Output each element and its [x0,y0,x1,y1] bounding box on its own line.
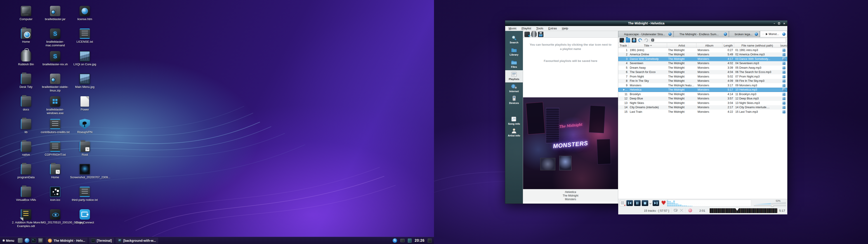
playlist-tab[interactable]: ☆The Midnight - Endless Sum... [674,31,729,37]
volume-thumb[interactable] [771,205,774,207]
playlist-manager-icon[interactable] [620,200,625,206]
terminal-launcher-icon[interactable] [31,238,36,243]
desktop-icon-desk-tidy[interactable]: Desk Tidy [11,74,41,89]
desktop-icon-lib[interactable]: lib [11,119,41,134]
desktop-icon-third-party-notice-txt[interactable]: third-party-notice.txt [70,187,99,202]
column-header-artist[interactable]: Artist [667,43,696,48]
playlist-filter-input[interactable] [655,39,785,42]
desktop-icon-brailleblaster-stable-linux-zip[interactable]: brailleblaster-stable-linux.zip [40,74,70,93]
tab-close-icon[interactable] [669,33,672,36]
file-manager-launcher-icon[interactable] [18,238,23,243]
clear-filter-icon[interactable]: × [651,39,654,41]
desktop-icon-brailleblaster-windows-exe[interactable]: brailleblaster-windows.exe [40,96,70,115]
desktop-icon-brailleblaster-jar[interactable]: brailleblaster.jar [40,6,70,21]
track-row[interactable]: 9MonstersThe Midnight featuring J...Mons… [618,83,787,88]
desktop-icon-zorin-connect[interactable]: Zorin Connect [70,209,99,224]
shuffle-icon[interactable] [680,209,683,212]
column-header-file-name-without-path-[interactable]: File name (without path) [734,43,780,48]
tab-close-icon[interactable] [755,33,758,36]
next-button[interactable] [653,200,659,206]
desktop-icon-2-addition-rule-more-examples-odt[interactable]: 2. Addition Rule More Examples.odt [11,209,41,228]
tab-close-icon[interactable] [724,33,727,36]
menu-extras[interactable]: Extras [546,26,559,30]
sidebar-item-artist-info[interactable]: Artist info [505,127,523,139]
column-header-track[interactable]: Track [618,43,629,48]
favourite-star-icon[interactable]: ☆ [675,32,678,36]
desktop-icon-brailleblaster-nix-sh[interactable]: brailleblaster-nix.sh [40,51,70,66]
column-header-album[interactable]: Album [696,43,722,48]
add-files-icon[interactable] [620,38,624,42]
column-header-length[interactable]: Length [722,43,734,48]
desktop-icon-license-htm[interactable]: license.htm [70,6,99,21]
taskbar-task[interactable]: [Terminal] [89,238,114,244]
desktop-icon-computer[interactable]: Computer [11,6,41,21]
track-row[interactable]: 7Prom NightThe MidnightMonsters5:0207 Pr… [618,74,787,79]
desktop-icon-copyright-txt[interactable]: COPYRIGHT.txt [40,142,70,157]
accessibility-tray-icon[interactable] [393,238,397,243]
sidebar-item-search[interactable]: Search [505,34,523,46]
taskbar-task[interactable]: The Midnight - Helv... [46,238,88,244]
desktop-icon-contributors-credits-txt[interactable]: contributors-credits.txt [40,119,70,134]
volume-track[interactable] [754,206,786,206]
seek-bar[interactable] [710,208,777,213]
sidebar-item-playlists[interactable]: Playlists [505,70,523,83]
menu-playlist[interactable]: Playlist [520,26,533,30]
menu-music[interactable]: Music [506,26,519,30]
volume-wedge[interactable] [754,202,786,205]
desktop-icon-brailleblaster-mac-command[interactable]: brailleblaster-mac.command [40,28,70,48]
stop-options-chevron-icon[interactable] [649,202,652,205]
track-row[interactable]: 5Dream AwayThe MidnightMonsters3:3905 Dr… [618,65,787,70]
menu-tools[interactable]: Tools [534,26,546,30]
title-bar[interactable]: The Midnight - Helvetica – × [505,21,787,26]
track-row[interactable]: 6The Search for EccoThe MidnightMonsters… [618,70,787,74]
start-menu-button[interactable]: ✱ Menu [0,237,17,244]
playlist-filter-field[interactable]: × [650,38,786,42]
save-playlist-file-icon[interactable] [632,38,636,42]
stop-button[interactable] [642,200,648,206]
save-playlist-icon[interactable] [538,32,544,37]
web-browser-launcher-icon[interactable] [25,238,29,243]
desktop-icon-rubbish-bin[interactable]: Rubbish Bin [11,51,41,66]
desktop-icon-virtualbox-vms[interactable]: VirtualBox VMs [11,187,41,202]
scrobble-icon[interactable] [688,209,692,212]
desktop-icon-riseupvpn[interactable]: RiseupVPN [70,119,99,134]
previous-button[interactable] [626,200,633,206]
column-header-source[interactable]: Source [780,43,787,48]
track-row[interactable]: 2America OnlineThe MidnightMonsters5:490… [618,53,787,57]
favourite-star-icon[interactable]: ☆ [762,32,765,36]
column-header-title[interactable]: Title [629,43,667,48]
playlist-tab[interactable]: ☆broken lega... [729,31,760,37]
favourite-star-icon[interactable]: ☆ [620,32,623,36]
love-track-icon[interactable]: ♥ [661,200,666,206]
menu-help[interactable]: Help [560,26,570,30]
playlist-tab[interactable]: ☆Aquascape - Underwater Stra... [618,31,673,37]
track-row[interactable]: 15Last TrainThe MidnightMonsters4:2215 L… [618,110,787,114]
track-row[interactable]: ...HelveticaThe MidnightMonsters5:1710 H… [618,88,787,92]
desktop-icon-native[interactable]: native [11,142,41,157]
track-row[interactable]: 12Deep BlueThe MidnightMonsters3:5712 De… [618,96,787,101]
sidebar-item-files[interactable]: Files [505,58,523,70]
remove-playlist-icon[interactable] [531,32,537,37]
desktop-icon-lxqt-on-core-jpg[interactable]: LXQt on Core.jpg [70,51,99,66]
track-row[interactable]: 11BrooklynThe MidnightMonsters4:1411 Bro… [618,92,787,96]
clipboard-tray-icon[interactable] [408,239,412,243]
repeat-icon[interactable] [674,209,677,211]
track-row[interactable]: 14City Dreams (interlude)The MidnightMon… [618,105,787,110]
desktop-icon-home[interactable]: Home [11,28,41,43]
seek-thumb[interactable] [735,208,739,211]
desktop-icon-power[interactable]: Power [70,96,99,111]
desktop-icon-root[interactable]: Root [70,142,99,157]
minimize-button[interactable]: – [774,22,775,25]
undo-icon[interactable] [638,38,643,42]
sidebar-item-devices[interactable]: Devices [505,94,523,106]
track-row[interactable]: 3Dance With SomebodyThe MidnightMonsters… [618,57,787,61]
desktop-icon-icon-ico[interactable]: icon.ico [40,187,70,202]
sidebar-item-internet[interactable]: Internet [505,83,523,95]
text-editor-launcher-icon[interactable] [38,238,43,243]
redo-icon[interactable] [644,38,649,42]
desktop-icon-img-20170510-200100-001-jpg[interactable]: IMG_20170510_200100_001.jpg [40,209,70,224]
favourite-star-icon[interactable]: ☆ [731,32,734,36]
desktop-icon-docs[interactable]: docs [11,96,41,111]
track-row[interactable]: 4SeventeenThe MidnightMonsters4:0204 Sev… [618,61,787,66]
desktop-icon-programdata[interactable]: programData [11,164,41,179]
